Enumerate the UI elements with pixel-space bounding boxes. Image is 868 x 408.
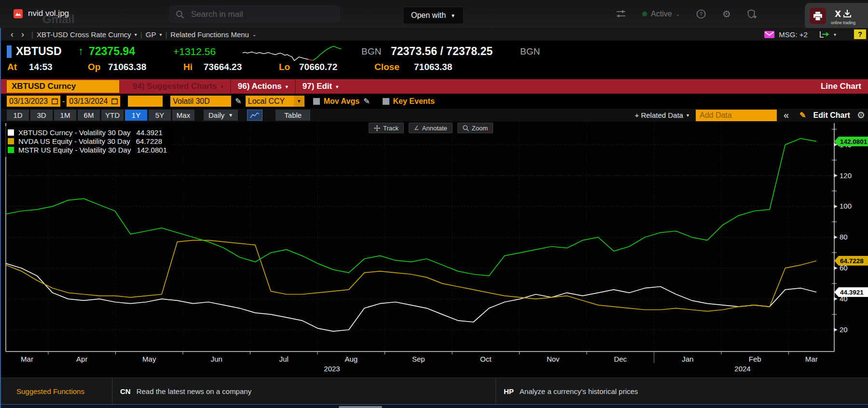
svg-text:Mar: Mar <box>805 355 818 363</box>
online-trading-logo[interactable]: x online trading <box>831 7 855 25</box>
currency-dropdown-button[interactable]: ▼ <box>294 96 304 107</box>
table-view-button[interactable]: Table <box>276 110 310 121</box>
zoom-button[interactable]: Zoom <box>457 123 493 133</box>
caret-down-icon[interactable]: ▾ <box>834 32 836 37</box>
svg-text:May: May <box>142 355 156 363</box>
open-with-button[interactable]: Open with ▼ <box>403 7 464 24</box>
terminal-help-badge[interactable]: ? <box>854 29 866 39</box>
edit-chart-button[interactable]: ✎ Edit Chart <box>796 111 850 120</box>
function-desc: Read the latest news on a company <box>137 387 251 395</box>
svg-text:Sep: Sep <box>412 355 425 363</box>
mov-avgs-checkbox[interactable] <box>313 98 320 105</box>
edit-study-pencil-icon[interactable]: ✎ <box>235 97 241 106</box>
security-menu[interactable]: XBT-USD Cross Rate Curncy ▾ <box>37 30 137 39</box>
collapse-panel-button[interactable]: « <box>784 110 789 121</box>
svg-text:44.3921: 44.3921 <box>840 289 864 296</box>
caret-down-icon: ▼ <box>228 113 233 118</box>
date-to-field[interactable] <box>67 96 120 107</box>
active-status-label: Active <box>651 10 672 18</box>
screen: Gmail nvid vol.jpg Open with ▼ <box>0 0 868 408</box>
related-functions-menu[interactable]: Related Functions Menu ⌄ <box>170 30 256 39</box>
track-button[interactable]: Track <box>369 123 404 133</box>
annotate-button[interactable]: ∠ Annotate <box>409 123 453 133</box>
msg-count-label[interactable]: MSG: +2 <box>779 30 808 39</box>
search-input[interactable] <box>191 10 312 19</box>
message-envelope-icon[interactable] <box>764 31 774 38</box>
attachment-title: nvid vol.jpg <box>14 9 69 18</box>
svg-text:Jun: Jun <box>211 355 222 363</box>
edit-label: 97) Edit <box>303 82 332 91</box>
up-arrow-icon: ↑ <box>78 45 83 57</box>
actions-button[interactable]: 96) Actions ▾ <box>238 82 288 91</box>
tab-1d[interactable]: 1D <box>7 110 29 121</box>
tab-1y[interactable]: 1Y <box>125 110 147 121</box>
pencil-icon: ✎ <box>799 111 806 120</box>
tab-ytd[interactable]: YTD <box>101 110 124 121</box>
volatility-chart-svg[interactable]: 20406080100120140MarAprMayJunJulAugSepOc… <box>1 122 868 378</box>
tune-icon[interactable] <box>616 10 626 18</box>
ticker-marker <box>7 45 12 58</box>
suggested-charts-button[interactable]: 94) Suggested Charts ▾ <box>133 82 223 91</box>
key-events-checkbox[interactable] <box>383 98 389 105</box>
tab-6m[interactable]: 6M <box>78 110 100 121</box>
forward-arrow[interactable]: › <box>17 30 28 39</box>
edit-button[interactable]: 97) Edit ▾ <box>303 82 338 91</box>
tab-5y[interactable]: 5Y <box>149 110 171 121</box>
viewer-actions-panel: x online trading <box>805 3 868 29</box>
security-field-button[interactable]: XBTUSD Curncy <box>7 80 119 93</box>
export-icon[interactable] <box>820 31 829 38</box>
function-menu[interactable]: GP ▾ <box>146 30 162 39</box>
legend-row-mstr[interactable]: MSTR US Equity - Volatility 30 Day 142.0… <box>8 145 167 154</box>
printer-icon <box>813 12 823 21</box>
chart-type-label: Line Chart <box>821 82 861 91</box>
caret-down-icon: ▾ <box>336 84 338 89</box>
edit-mov-avgs-pencil-icon[interactable]: ✎ <box>363 97 370 106</box>
settings-gear-icon[interactable]: ⚙ <box>722 8 731 20</box>
legend-row-xbtusd[interactable]: XBTUSD Curncy - Volatility 30 Day 44.392… <box>8 128 167 137</box>
print-button[interactable] <box>810 8 826 24</box>
active-status-dot <box>642 12 647 16</box>
menu-divider <box>295 79 296 94</box>
related-data-button[interactable]: + Related Data ▾ <box>634 111 689 119</box>
related-data-label: + Related Data <box>634 111 683 119</box>
tab-1m[interactable]: 1M <box>54 110 76 121</box>
open-with-label: Open with <box>411 11 446 20</box>
annotate-icon: ∠ <box>414 125 419 131</box>
period-field[interactable] <box>128 96 163 107</box>
shield-add-icon[interactable] <box>747 9 757 19</box>
window-bottom-border <box>1 404 868 408</box>
help-icon[interactable]: ? <box>696 9 706 19</box>
gmail-header: Gmail nvid vol.jpg Open with ▼ <box>0 0 868 28</box>
suggested-function-cn[interactable]: CN Read the latest news on a company <box>112 387 496 395</box>
legend-value: 64.7228 <box>136 137 162 145</box>
tab-max[interactable]: Max <box>172 110 194 121</box>
key-events-label: Key Events <box>393 97 435 106</box>
bid-source-label: BGN <box>361 46 381 57</box>
date-from-field[interactable] <box>7 96 60 107</box>
line-chart-view-button[interactable] <box>247 110 262 121</box>
at-label: At <box>7 62 17 72</box>
study-field[interactable]: Volatil 30D <box>170 96 231 107</box>
nvda-swatch <box>8 138 14 144</box>
frequency-selector[interactable]: Daily ▼ <box>204 110 238 121</box>
tab-3d[interactable]: 3D <box>30 110 53 121</box>
date-from-input[interactable] <box>9 97 52 106</box>
suggested-function-hp[interactable]: HP Analyze a currency's historical price… <box>496 387 638 395</box>
mov-avgs-label: Mov Avgs <box>324 97 359 106</box>
bloomberg-panel: ‹ › | XBT-USD Cross Rate Curncy ▾ | GP ▾… <box>0 28 868 408</box>
chart-settings-gear-icon[interactable]: ⚙ <box>857 110 865 121</box>
last-price: 72375.94 <box>89 45 135 58</box>
back-arrow[interactable]: ‹ <box>7 30 17 39</box>
date-to-input[interactable] <box>69 97 111 106</box>
add-data-input[interactable] <box>696 110 777 121</box>
price-change: +1312.56 <box>173 46 216 57</box>
legend-row-nvda[interactable]: NVDA US Equity - Volatility 30 Day 64.72… <box>8 137 167 145</box>
tab-bar-right: + Related Data ▾ « ✎ Edit Chart ⚙ <box>634 110 868 121</box>
currency-field[interactable]: Local CCY <box>246 96 294 107</box>
bloomberg-toolbar: ‹ › | XBT-USD Cross Rate Curncy ▾ | GP ▾… <box>1 28 868 41</box>
mail-search[interactable] <box>169 5 341 23</box>
chart-filter-bar: - Volatil 30D ✎ Local CCY ▼ Mov Avgs ✎ K… <box>1 94 868 109</box>
status-selector[interactable]: Active ⌄ <box>642 10 680 18</box>
volatility-chart: 20406080100120140MarAprMayJunJulAugSepOc… <box>1 122 868 378</box>
function-code: CN <box>120 387 131 395</box>
